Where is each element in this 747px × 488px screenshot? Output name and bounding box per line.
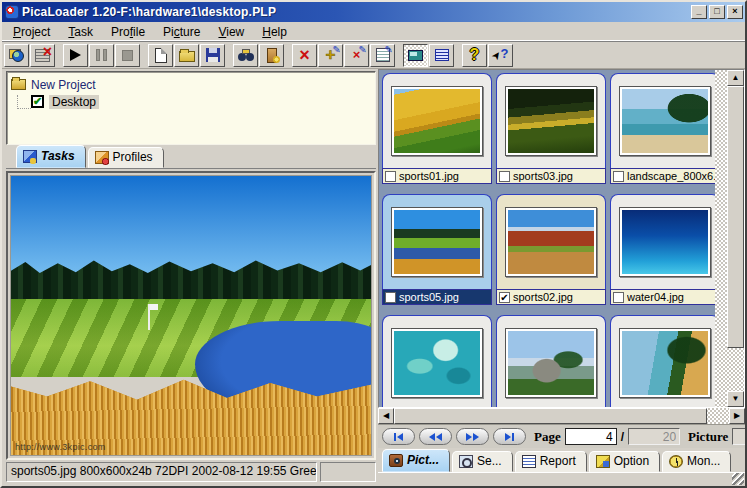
tab-profiles[interactable]: Profiles — [88, 147, 164, 168]
add-wizard-button[interactable]: +✎ — [318, 44, 343, 67]
delete-task-icon — [35, 49, 50, 62]
tree-child-label[interactable]: Desktop — [49, 95, 99, 109]
tab-option[interactable]: Option — [589, 451, 660, 472]
tree-root-label: New Project — [31, 78, 96, 92]
help-button[interactable]: ? — [462, 44, 487, 67]
menu-item-view[interactable]: View — [209, 23, 253, 41]
save-project-button[interactable] — [200, 44, 225, 67]
remove-wizard-button[interactable]: ×✎ — [344, 44, 369, 67]
context-help-button[interactable] — [488, 44, 513, 67]
title-bar: PicaLoader 1.20-F:\hardware1\desktop.PLP… — [2, 2, 745, 22]
scroll-up-icon[interactable]: ▲ — [727, 70, 744, 86]
thumbnail-cell[interactable] — [496, 315, 606, 407]
thumbnail-cell[interactable]: ✔ sports02.jpg — [496, 194, 606, 305]
thumbnail-checkbox[interactable] — [385, 171, 396, 182]
thumbnail-image[interactable] — [622, 331, 708, 395]
tab-mon[interactable]: Mon... — [662, 451, 731, 472]
pencil-icon: ✎ — [385, 45, 393, 54]
last-page-button[interactable] — [493, 428, 526, 445]
first-page-button[interactable] — [382, 428, 415, 445]
tab-tasks[interactable]: Tasks — [16, 145, 86, 168]
new-task-icon — [9, 49, 24, 62]
stop-button[interactable] — [115, 44, 140, 67]
minimize-button[interactable]: _ — [691, 5, 707, 19]
thumbnail-checkbox[interactable] — [385, 292, 396, 303]
thumbnail-cell[interactable] — [382, 315, 492, 407]
thumbnail-filename: water04.jpg — [627, 291, 684, 303]
delete-task-button[interactable] — [30, 44, 55, 67]
start-button[interactable] — [63, 44, 88, 67]
thumbnail-image[interactable] — [394, 89, 480, 153]
status-extra-field — [320, 462, 376, 482]
maximize-button[interactable]: □ — [709, 5, 725, 19]
thumbnail-checkbox[interactable] — [499, 171, 510, 182]
tab-label: Profiles — [113, 150, 153, 164]
toolbar: × +✎ ×✎ ✎ ? — [2, 42, 745, 69]
thumbnail-checkbox[interactable] — [613, 292, 624, 303]
page-input[interactable] — [565, 428, 617, 445]
menu-item-picture[interactable]: Picture — [154, 23, 209, 41]
horizontal-scroll-thumb[interactable] — [394, 408, 707, 424]
pause-button[interactable] — [89, 44, 114, 67]
menu-bar: ProjectTaskProfilePictureViewHelp — [2, 22, 745, 42]
magnifier-icon — [459, 455, 473, 468]
scroll-right-icon[interactable]: ▶ — [729, 408, 745, 424]
properties-button[interactable]: ✎ — [370, 44, 395, 67]
camera-icon — [389, 454, 403, 467]
next-page-button[interactable] — [456, 428, 489, 445]
thumbnail-cell[interactable]: sports05.jpg — [382, 194, 492, 305]
delete-picture-button[interactable]: × — [292, 44, 317, 67]
vertical-scroll-thumb[interactable] — [727, 86, 744, 348]
pause-icon — [96, 49, 107, 61]
tab-pict[interactable]: Pict... — [382, 449, 450, 472]
menu-item-profile[interactable]: Profile — [102, 23, 154, 41]
task-page-icon — [23, 150, 37, 163]
open-project-button[interactable] — [174, 44, 199, 67]
preview-image[interactable]: http://www.3kpic.com — [10, 175, 372, 456]
details-view-button[interactable] — [429, 44, 454, 67]
task-checkbox[interactable]: ✔ — [31, 95, 44, 108]
next-page-icon — [473, 433, 479, 441]
thumbnail-image[interactable] — [622, 210, 708, 274]
thumbnail-cell[interactable] — [610, 315, 720, 407]
export-icon — [267, 48, 277, 63]
thumbnail-grid: sports01.jpg sports03.jpg landscape_800x… — [379, 70, 727, 407]
thumbnail-image[interactable] — [508, 210, 594, 274]
thumbnail-cell[interactable]: sports03.jpg — [496, 73, 606, 184]
thumbnail-image[interactable] — [394, 210, 480, 274]
new-project-button[interactable] — [148, 44, 173, 67]
thumbnail-cell[interactable]: water04.jpg — [610, 194, 720, 305]
thumbnail-view-button[interactable] — [403, 44, 428, 67]
close-button[interactable]: × — [727, 5, 743, 19]
tab-se[interactable]: Se... — [452, 451, 513, 472]
thumbnail-image[interactable] — [508, 331, 594, 395]
scroll-left-icon[interactable]: ◀ — [378, 408, 394, 424]
menu-item-help[interactable]: Help — [253, 23, 296, 41]
new-task-button[interactable] — [4, 44, 29, 67]
first-page-icon — [397, 433, 403, 441]
thumbnail-cell[interactable]: sports01.jpg — [382, 73, 492, 184]
find-picture-button[interactable] — [233, 44, 258, 67]
menu-item-project[interactable]: Project — [4, 23, 59, 41]
start-icon — [70, 49, 81, 61]
menu-item-task[interactable]: Task — [59, 23, 102, 41]
vertical-scrollbar[interactable]: ▲ ▼ — [727, 70, 744, 407]
thumbnail-checkbox[interactable] — [613, 171, 624, 182]
thumbnail-image[interactable] — [508, 89, 594, 153]
resize-grip[interactable] — [732, 473, 744, 485]
export-button[interactable] — [259, 44, 284, 67]
thumbnail-image[interactable] — [622, 89, 708, 153]
vertical-scroll-track[interactable] — [727, 86, 744, 391]
tree-root-row[interactable]: New Project — [9, 76, 373, 93]
previous-page-button[interactable] — [419, 428, 452, 445]
tab-label: Mon... — [687, 454, 720, 468]
thumbnail-checkbox[interactable]: ✔ — [499, 292, 510, 303]
horizontal-scroll-track[interactable] — [394, 408, 729, 424]
thumbnail-cell[interactable]: landscape_800x6... — [610, 73, 720, 184]
thumbnail-image[interactable] — [394, 331, 480, 395]
scroll-down-icon[interactable]: ▼ — [727, 391, 744, 407]
profile-page-icon — [95, 151, 109, 164]
horizontal-scrollbar[interactable]: ◀ ▶ — [378, 408, 745, 424]
tree-child-row[interactable]: ✔ Desktop — [9, 93, 373, 110]
tab-report[interactable]: Report — [515, 451, 587, 472]
